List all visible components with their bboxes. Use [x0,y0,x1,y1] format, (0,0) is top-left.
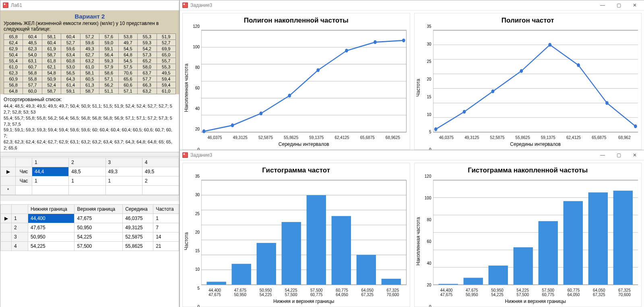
scan-cell: 56,8 [4,82,23,88]
datagrid-series[interactable]: 1234▶Чис44,448,549,349,5Час1112* [0,158,179,195]
scan-cell: 49,5 [157,70,176,76]
chart-plot [201,27,407,135]
scan-cell: 52,7 [157,40,176,46]
grid-cell[interactable]: 50,950 [74,223,123,232]
scan-cell: 52,7 [61,40,80,46]
window-task3-bottom: Задание3 — ▢ ✕ Гистограмма частотЧастота… [180,150,644,307]
titlebar-task3-top[interactable]: Задание3 — ▢ ✕ [180,0,644,10]
grid-cell[interactable]: 54,225 [74,232,123,241]
grid-cell[interactable]: 44,4 [32,167,69,176]
svg-point-34 [577,63,580,67]
grid-cell[interactable]: 48,5 [69,167,105,176]
scan-cell: 59,6 [61,46,80,52]
grid-cell[interactable]: 55,8625 [123,241,153,251]
grid-cell[interactable]: 49,3 [105,167,142,176]
scan-cell: 62,7 [80,52,99,58]
column-header[interactable]: Верхняя граница [74,204,123,214]
scan-cell: 63,2 [138,88,157,94]
app-icon [182,2,188,8]
scan-cell: 60,6 [118,82,137,88]
scan-cell: 64,8 [118,52,137,58]
close-button[interactable]: ✕ [628,1,642,9]
grid-cell[interactable]: 49,3125 [123,223,153,232]
column-header[interactable] [1,158,16,167]
svg-rect-51 [282,222,301,285]
scan-title: Вариант 2 [4,13,176,20]
window-title: Задание3 [190,2,212,8]
column-header[interactable] [1,204,12,214]
chart-panel-freq-polygon: Полигон частотЧастота0510152025303546,03… [414,13,642,150]
x-ticks: 46,037549,312552,587555,862559,137562,41… [433,135,638,140]
scan-cell: 58,0 [138,64,157,70]
titlebar-task3-bottom[interactable]: Задание3 — ▢ ✕ [180,150,644,160]
scan-cell: 61,0 [4,64,23,70]
svg-rect-54 [357,255,376,285]
scan-cell: 59,0 [99,40,118,46]
grid-cell[interactable]: 1 [153,214,179,223]
grid-cell[interactable]: 3 [12,232,28,241]
minimize-button[interactable]: — [596,151,609,159]
grid-cell[interactable]: 44,400 [28,214,74,223]
scan-cell: 54,0 [23,52,42,58]
grid-cell[interactable]: 50,950 [28,232,74,241]
scan-cell: 57,7 [138,76,157,82]
grid-cell[interactable]: 46,0375 [123,214,153,223]
scan-cell: 61,4 [61,82,80,88]
grid-cell[interactable]: 7 [153,223,179,232]
sorted-heading: Отсортированный список: [4,97,176,102]
column-header[interactable]: 3 [105,158,142,167]
scan-cell: 56,5 [61,70,80,76]
svg-rect-28 [433,30,638,132]
grid-cell[interactable]: 1 [69,176,105,185]
svg-rect-53 [332,216,351,284]
column-header[interactable]: Частота [153,204,179,214]
column-header[interactable]: Середина [123,204,153,214]
scan-cell: 59,3 [138,40,157,46]
svg-rect-55 [382,279,401,285]
column-header[interactable]: 4 [142,158,179,167]
scan-cell: 63,4 [61,52,80,58]
grid-cell[interactable]: 54,225 [28,241,74,251]
grid-cell[interactable]: 1 [32,176,69,185]
column-header[interactable]: 2 [69,158,105,167]
grid-cell[interactable]: 47,675 [74,214,123,223]
grid-cell[interactable]: 2 [12,223,28,232]
svg-point-17 [345,49,348,52]
grid-cell[interactable]: 1 [105,176,142,185]
column-header[interactable]: 1 [32,158,69,167]
column-header[interactable]: Нижняя граница [28,204,74,214]
scan-cell: 57,9 [99,64,118,70]
scan-cell: 58,1 [80,70,99,76]
grid-cell[interactable]: 49,5 [142,167,179,176]
scan-cell: 60,8 [61,58,80,64]
scan-cell: 62,3 [23,46,42,52]
chart-title: Полигон накопленной частоты [183,13,410,26]
titlebar-la61[interactable]: Ла61 [0,0,179,10]
window-la61: Ла61 Вариант 2 Уровень ЖЕЛ (жизненной ем… [0,0,180,307]
scan-cell: 65,8 [4,34,23,40]
grid-cell[interactable]: 57,500 [74,241,123,251]
minimize-button[interactable]: — [596,1,609,9]
maximize-button[interactable]: ▢ [612,1,625,9]
column-header[interactable] [12,204,28,214]
datagrid-intervals[interactable]: Нижняя границаВерхняя границаСерединаЧас… [0,204,179,251]
scan-cell: 57,7 [23,82,42,88]
grid-cell[interactable]: 14 [153,232,179,241]
svg-point-29 [434,127,437,131]
column-header[interactable] [16,158,32,167]
scrollbar-horizontal[interactable] [0,195,179,201]
close-button[interactable]: ✕ [628,151,642,159]
svg-point-32 [520,69,523,73]
svg-point-12 [202,129,206,133]
splitter[interactable] [0,152,179,157]
grid-cell[interactable]: 1 [12,214,28,223]
grid-cell[interactable]: 4 [12,241,28,251]
scan-cell: 64,8 [4,88,23,94]
grid-cell[interactable]: 52,5875 [123,232,153,241]
svg-rect-50 [257,243,276,285]
grid-cell[interactable]: 2 [142,176,179,185]
grid-cell[interactable]: 47,675 [28,223,74,232]
grid-cell[interactable]: 21 [153,241,179,251]
svg-rect-64 [438,284,458,285]
maximize-button[interactable]: ▢ [612,151,625,159]
